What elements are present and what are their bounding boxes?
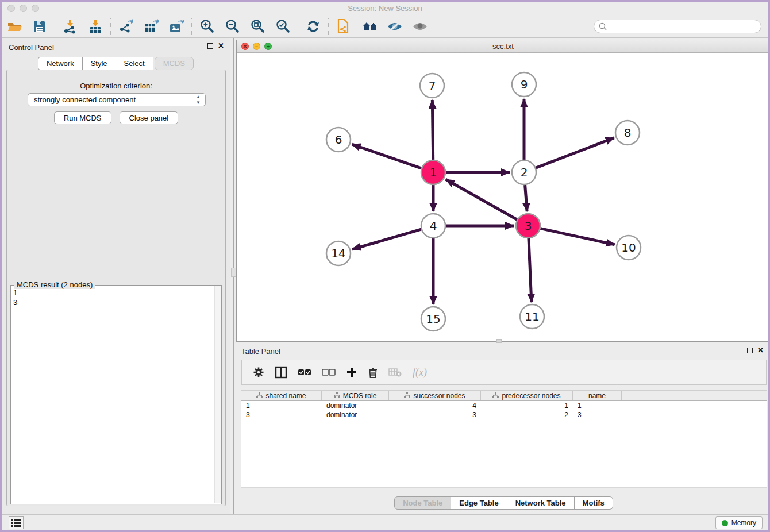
memory-status-icon <box>722 520 728 526</box>
column-header-name[interactable]: name <box>573 391 622 400</box>
edge-3-11[interactable] <box>529 238 532 302</box>
search-icon <box>599 22 607 31</box>
float-table-panel-icon[interactable] <box>747 348 753 353</box>
control-panel: Control Panel ✕ NetworkStyleSelectMCDS O… <box>2 38 230 514</box>
delete-table-icon[interactable] <box>388 367 402 377</box>
column-label: shared name <box>265 392 306 400</box>
column-header-successor-nodes[interactable]: successor nodes <box>389 391 481 400</box>
show-all-icon[interactable] <box>412 19 427 34</box>
zoom-fit-icon[interactable] <box>250 19 265 34</box>
zoom-selected-icon[interactable] <box>275 19 290 34</box>
function-builder-icon[interactable]: f(x) <box>413 367 427 379</box>
result-scrollbar[interactable] <box>214 286 221 503</box>
import-table-icon[interactable] <box>88 19 103 34</box>
splitter-grip[interactable] <box>231 268 236 277</box>
title-bar: Session: New Session <box>2 2 768 16</box>
export-network-icon[interactable] <box>118 19 133 34</box>
mcds-result-list[interactable]: 1 3 <box>13 288 213 502</box>
edge-3-10[interactable] <box>540 229 614 245</box>
tab-network-table[interactable]: Network Table <box>507 496 575 510</box>
edge-1-6[interactable] <box>352 144 422 168</box>
table-row[interactable]: 3dominator323 <box>241 410 767 419</box>
home-icon[interactable] <box>361 19 376 34</box>
export-image-icon[interactable] <box>169 19 184 34</box>
run-mcds-button[interactable]: Run MCDS <box>54 111 111 124</box>
table-cell[interactable]: dominator <box>322 410 389 419</box>
close-table-panel-icon[interactable]: ✕ <box>757 348 764 353</box>
edge-2-8[interactable] <box>536 138 614 168</box>
network-window-titlebar[interactable]: ✕ − ＋ scc.txt <box>237 40 769 53</box>
tab-node-table[interactable]: Node Table <box>394 496 451 510</box>
table-cell[interactable]: 1 <box>241 401 322 410</box>
column-header-predecessor-nodes[interactable]: predecessor nodes <box>481 391 573 400</box>
zoom-out-icon[interactable] <box>225 19 240 34</box>
window-title: Session: New Session <box>2 4 768 13</box>
add-column-icon[interactable] <box>346 367 357 378</box>
mcds-result-box: MCDS result (2 nodes) 1 3 <box>10 285 222 504</box>
save-session-icon[interactable] <box>32 19 47 34</box>
edge-3-1[interactable] <box>446 179 517 219</box>
list-icon <box>11 519 21 527</box>
task-history-button[interactable] <box>9 516 24 529</box>
edge-1-7[interactable] <box>432 100 433 160</box>
horizontal-resize-grip[interactable] <box>496 339 502 343</box>
graph-node-label-4: 4 <box>430 219 437 233</box>
toolbar-separator <box>298 18 298 35</box>
close-panel-button[interactable]: Close panel <box>120 111 179 124</box>
table-cell[interactable]: 3 <box>573 410 622 419</box>
table-panel: Table Panel ✕ <box>236 345 770 514</box>
float-panel-icon[interactable] <box>207 43 213 49</box>
column-header-shared-name[interactable]: shared name <box>241 391 322 400</box>
tab-network[interactable]: Network <box>38 57 83 70</box>
column-chooser-icon[interactable] <box>275 366 287 379</box>
graph-node-label-15: 15 <box>426 312 440 326</box>
gear-icon[interactable] <box>253 367 264 378</box>
tab-mcds[interactable]: MCDS <box>155 57 194 70</box>
sort-icon[interactable] <box>256 392 263 400</box>
sort-icon[interactable] <box>334 392 340 400</box>
deselect-all-icon[interactable] <box>322 368 336 376</box>
open-session-icon[interactable] <box>7 19 22 34</box>
graph-node-label-11: 11 <box>525 310 539 323</box>
network-file-icon[interactable] <box>336 19 351 34</box>
graph-node-label-3: 3 <box>525 219 532 233</box>
graph-node-label-10: 10 <box>621 241 636 255</box>
column-label: successor nodes <box>413 392 465 400</box>
toolbar-separator <box>328 18 329 35</box>
hide-selected-icon[interactable] <box>387 19 402 34</box>
search-input[interactable] <box>607 21 761 32</box>
table-cell[interactable]: 3 <box>389 410 481 419</box>
sort-icon[interactable] <box>492 392 499 400</box>
network-canvas[interactable]: 7968124314101511 <box>237 53 769 341</box>
dropdown-stepper-icon: ▲▼ <box>196 94 201 106</box>
table-cell[interactable]: 4 <box>389 401 481 410</box>
criterion-dropdown[interactable]: strongly connected component ▲▼ <box>28 93 206 106</box>
table-cell[interactable]: 2 <box>481 410 573 419</box>
edge-4-14[interactable] <box>352 229 421 249</box>
zoom-in-icon[interactable] <box>199 19 214 34</box>
graph-node-label-2: 2 <box>521 165 528 179</box>
select-all-icon[interactable] <box>298 368 311 376</box>
network-window-title: scc.txt <box>237 42 769 51</box>
close-panel-icon[interactable]: ✕ <box>218 43 224 49</box>
export-table-icon[interactable] <box>144 19 159 34</box>
table-cell[interactable]: 1 <box>573 401 622 410</box>
table-cell[interactable]: 3 <box>241 410 322 419</box>
tab-select[interactable]: Select <box>116 57 153 70</box>
table-cell[interactable]: dominator <box>322 401 389 410</box>
tab-motifs[interactable]: Motifs <box>575 496 613 510</box>
sort-icon[interactable] <box>404 392 410 400</box>
table-row[interactable]: 1dominator411 <box>241 401 767 410</box>
memory-button[interactable]: Memory <box>715 516 763 529</box>
table-cell[interactable]: 1 <box>481 401 573 410</box>
tab-edge-table[interactable]: Edge Table <box>451 496 507 510</box>
toolbar-separator <box>55 18 55 35</box>
refresh-icon[interactable] <box>306 19 321 34</box>
graph-node-label-9: 9 <box>521 78 528 91</box>
tab-style[interactable]: Style <box>83 57 116 70</box>
column-header-MCDS-role[interactable]: MCDS role <box>322 391 389 400</box>
edge-2-3[interactable] <box>525 185 527 211</box>
import-network-icon[interactable] <box>63 19 78 34</box>
delete-column-icon[interactable] <box>368 367 378 378</box>
graph-node-label-14: 14 <box>331 246 345 260</box>
